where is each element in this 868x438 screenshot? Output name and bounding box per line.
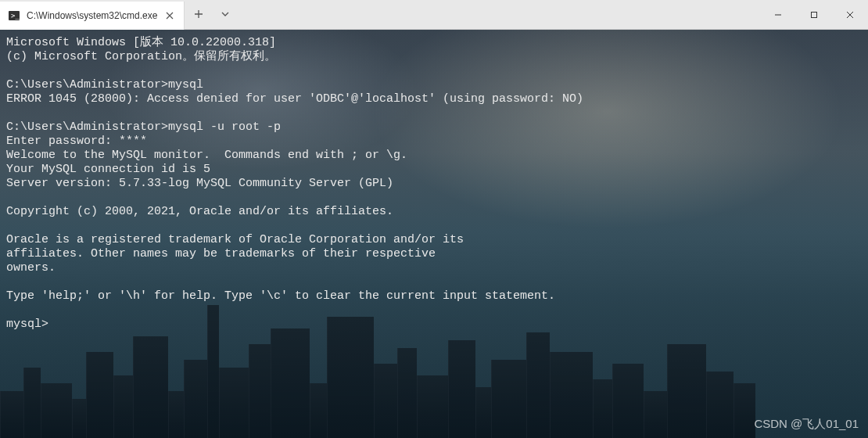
- terminal-output: Microsoft Windows [版本 10.0.22000.318] (c…: [0, 30, 868, 338]
- tab-title: C:\Windows\system32\cmd.exe: [27, 10, 157, 21]
- minimize-button[interactable]: [760, 0, 796, 29]
- tab-active[interactable]: >_ C:\Windows\system32\cmd.exe: [0, 2, 185, 30]
- svg-rect-2: [812, 12, 817, 17]
- dropdown-button[interactable]: [217, 9, 233, 21]
- cmd-icon: >_: [8, 9, 20, 22]
- close-button[interactable]: [832, 0, 868, 29]
- tab-controls: [185, 0, 239, 29]
- watermark: CSDN @飞人01_01: [754, 417, 859, 432]
- window-controls: [760, 0, 868, 29]
- maximize-button[interactable]: [796, 0, 832, 29]
- new-tab-button[interactable]: [191, 9, 206, 21]
- svg-text:>_: >_: [11, 12, 20, 20]
- titlebar: >_ C:\Windows\system32\cmd.exe: [0, 0, 868, 30]
- titlebar-drag-area[interactable]: [239, 0, 760, 29]
- terminal-area[interactable]: Microsoft Windows [版本 10.0.22000.318] (c…: [0, 30, 868, 438]
- close-tab-icon[interactable]: [163, 9, 176, 22]
